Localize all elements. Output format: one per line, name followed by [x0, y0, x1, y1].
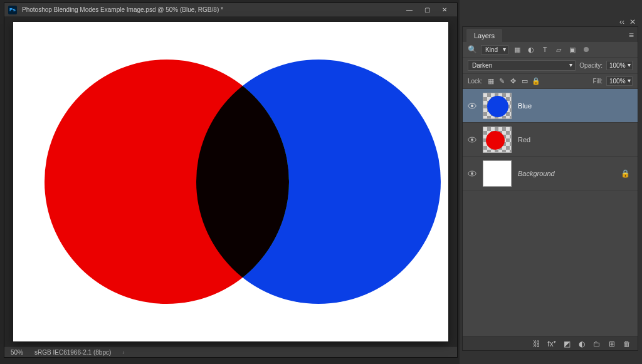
adjustment-layer-icon[interactable]: ◐ — [576, 340, 587, 348]
document-window: Ps Photoshop Blending Modes Example Imag… — [4, 3, 458, 358]
lock-fill-row: Lock: ▦ ✎ ✥ ▭ 🔒 Fill: 100% — [463, 74, 638, 89]
filter-adjustment-icon[interactable]: ◐ — [526, 44, 536, 55]
canvas-viewport[interactable] — [4, 17, 457, 346]
svg-point-5 — [471, 172, 473, 175]
layer-filter-row: 🔍 Kind ▦ ◐ T ▱ ▣ — [463, 42, 638, 58]
layer-mask-icon[interactable]: ◩ — [561, 340, 572, 348]
collapse-panel-icon[interactable]: ‹‹ — [619, 18, 624, 26]
visibility-toggle-icon[interactable] — [468, 170, 476, 177]
filter-type-icon[interactable]: T — [540, 44, 550, 55]
filter-smartobject-icon[interactable]: ▣ — [567, 44, 577, 55]
layer-item-blue[interactable]: Blue — [463, 89, 638, 123]
layer-item-red[interactable]: Red — [463, 123, 638, 157]
svg-point-3 — [471, 138, 473, 141]
layer-item-background[interactable]: Background 🔒 — [463, 157, 638, 190]
status-chevron-icon[interactable]: › — [122, 349, 124, 356]
maximize-button[interactable]: ▢ — [418, 4, 436, 16]
document-titlebar[interactable]: Ps Photoshop Blending Modes Example Imag… — [4, 3, 457, 17]
fill-label: Fill: — [592, 78, 603, 85]
tab-layers[interactable]: Layers — [466, 29, 502, 42]
group-layers-icon[interactable]: 🗀 — [591, 340, 603, 348]
panel-tabbar: Layers ≡ — [463, 27, 638, 42]
opacity-label: Opacity: — [579, 62, 603, 69]
layer-thumbnail[interactable] — [483, 160, 512, 187]
link-layers-icon[interactable]: ⛓ — [531, 340, 542, 348]
layer-thumbnail[interactable] — [483, 93, 512, 119]
filter-kind-dropdown[interactable]: Kind — [481, 45, 508, 55]
workspace-area: Ps Photoshop Blending Modes Example Imag… — [0, 0, 460, 364]
layer-name-label[interactable]: Red — [518, 136, 633, 143]
close-button[interactable]: ✕ — [436, 4, 453, 16]
svg-point-1 — [471, 105, 473, 107]
visibility-toggle-icon[interactable] — [468, 137, 476, 143]
document-statusbar: 50% sRGB IEC61966-2.1 (8bpc) › — [4, 346, 457, 357]
new-layer-icon[interactable]: ⊞ — [606, 340, 618, 348]
delete-layer-icon[interactable]: 🗑 — [621, 340, 633, 348]
photoshop-app-icon: Ps — [8, 6, 17, 14]
status-zoom[interactable]: 50% — [11, 349, 23, 356]
lock-icons-group: ▦ ✎ ✥ ▭ 🔒 — [487, 77, 540, 86]
blend-opacity-row: Darken Opacity: 100% — [463, 58, 638, 74]
lock-artboard-icon[interactable]: ▭ — [520, 77, 529, 86]
fill-input[interactable]: 100% — [606, 76, 633, 86]
filter-toggle-icon[interactable] — [581, 44, 591, 55]
visibility-toggle-icon[interactable] — [468, 103, 476, 109]
blue-circle-shape — [196, 60, 441, 304]
layers-panel-footer: ⛓ fx▾ ◩ ◐ 🗀 ⊞ 🗑 — [463, 336, 638, 350]
lock-transparency-icon[interactable]: ▦ — [487, 77, 495, 86]
window-controls: ― ▢ ✕ — [401, 4, 453, 16]
lock-pixels-icon[interactable]: ✎ — [498, 77, 507, 86]
filter-pixel-icon[interactable]: ▦ — [512, 44, 522, 55]
layers-panel: Layers ≡ 🔍 Kind ▦ ◐ T ▱ ▣ Darken Opacity… — [462, 26, 638, 351]
opacity-input[interactable]: 100% — [606, 61, 633, 70]
lock-icon[interactable]: 🔒 — [621, 169, 633, 178]
search-icon[interactable]: 🔍 — [468, 45, 477, 54]
close-panel-group-icon[interactable]: ✕ — [629, 18, 636, 26]
canvas[interactable] — [13, 22, 448, 341]
lock-position-icon[interactable]: ✥ — [509, 77, 518, 86]
panel-group-controls: ‹‹ ✕ — [462, 18, 638, 26]
document-title: Photoshop Blending Modes Example Image.p… — [22, 6, 396, 13]
layer-thumbnail[interactable] — [483, 127, 512, 153]
filter-shape-icon[interactable]: ▱ — [554, 44, 564, 55]
minimize-button[interactable]: ― — [401, 4, 418, 16]
status-color-profile[interactable]: sRGB IEC61966-2.1 (8bpc) — [34, 349, 111, 356]
layer-list: Blue Red Background 🔒 — [463, 89, 638, 336]
layer-name-label[interactable]: Background — [518, 170, 614, 177]
blend-mode-dropdown[interactable]: Darken — [468, 60, 576, 71]
lock-all-icon[interactable]: 🔒 — [532, 77, 540, 86]
layer-name-label[interactable]: Blue — [518, 102, 633, 110]
lock-label: Lock: — [468, 78, 483, 85]
panel-menu-icon[interactable]: ≡ — [629, 30, 634, 42]
layer-style-icon[interactable]: fx▾ — [546, 340, 557, 348]
